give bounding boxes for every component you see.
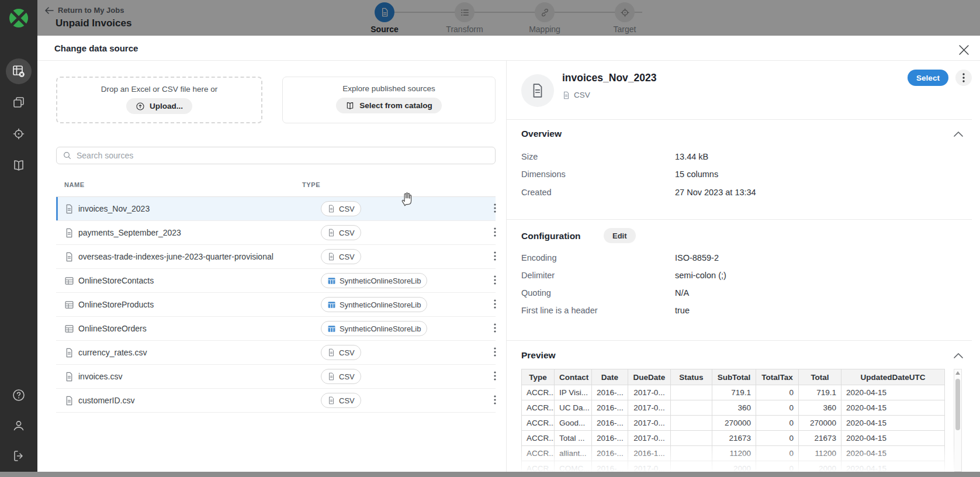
- detail-menu-button[interactable]: [955, 70, 972, 86]
- section-divider: [507, 119, 972, 120]
- file-icon: [64, 252, 74, 264]
- catalog-button-label: Select from catalog: [359, 101, 432, 110]
- edit-button[interactable]: Edit: [604, 228, 636, 243]
- upload-button[interactable]: Upload...: [126, 98, 192, 114]
- preview-row: ACCR...Good...2016-...2017-0...270000027…: [522, 416, 945, 431]
- chevron-up-icon[interactable]: [953, 129, 964, 139]
- source-name: invoices.csv: [78, 372, 122, 381]
- preview-cell: 0: [756, 431, 799, 446]
- preview-cell: UC Da...: [555, 400, 592, 416]
- file-icon: [64, 204, 74, 216]
- preview-row: ACCR...Total ...2016-...2017-0...2167302…: [522, 431, 945, 446]
- app-logo[interactable]: [0, 7, 37, 29]
- preview-cell: 2017-0...: [628, 400, 671, 416]
- sidebar-item-jobs[interactable]: [6, 58, 32, 84]
- preview-cell: alliant...: [555, 446, 592, 461]
- chevron-up-icon[interactable]: [953, 351, 964, 360]
- user-icon: [12, 419, 26, 433]
- file-dropzone[interactable]: Drop an Excel or CSV file here or Upload…: [56, 77, 262, 123]
- crosshair-icon: [12, 127, 26, 141]
- file-icon: [64, 372, 74, 384]
- preview-cell: 0: [756, 400, 799, 416]
- preview-cell: 719.1: [799, 385, 842, 400]
- preview-cell: 2016-...: [592, 416, 628, 431]
- csv-file-icon: [327, 372, 335, 381]
- preview-scrollbar[interactable]: [954, 369, 962, 472]
- csv-file-icon: [327, 205, 335, 213]
- preview-cell: 270000: [799, 416, 842, 431]
- source-row[interactable]: OnlineStoreContactsSyntheticOnlineStoreL…: [56, 269, 496, 293]
- type-badge: CSV: [321, 249, 361, 264]
- row-menu-button[interactable]: [488, 322, 502, 336]
- preview-header-row: TypeContactDateDueDateStatusSubTotalTota…: [522, 369, 945, 385]
- select-from-catalog-button[interactable]: Select from catalog: [336, 98, 442, 113]
- source-row[interactable]: payments_September_2023CSV: [56, 221, 496, 245]
- preview-cell: 2016-...: [592, 431, 628, 446]
- source-row[interactable]: customerID.csvCSV: [56, 389, 496, 413]
- row-menu-button[interactable]: [488, 250, 502, 264]
- row-menu-button[interactable]: [488, 226, 502, 240]
- type-badge: SyntheticOnlineStoreLib: [321, 321, 427, 336]
- row-menu-button[interactable]: [488, 345, 502, 360]
- source-row[interactable]: overseas-trade-indexes-june-2023-quarter…: [56, 245, 496, 269]
- sidebar-item-help[interactable]: [0, 388, 37, 402]
- row-menu-button[interactable]: [488, 298, 502, 312]
- scroll-up-arrow-icon[interactable]: [955, 371, 960, 375]
- preview-cell: 2020-04-15: [842, 431, 945, 446]
- row-menu-button[interactable]: [488, 274, 502, 288]
- preview-cell: [671, 400, 712, 416]
- scrollbar-thumb[interactable]: [955, 379, 960, 430]
- source-row[interactable]: invoices_Nov_2023CSV: [56, 197, 496, 221]
- file-icon: [64, 228, 74, 240]
- overview-label: Size: [521, 152, 538, 161]
- sidebar-item-catalog[interactable]: [0, 158, 37, 172]
- type-badge: CSV: [321, 393, 361, 408]
- preview-row: ACCR...IP Visi...2016-...2017-0...719.10…: [522, 385, 945, 400]
- row-menu-button[interactable]: [488, 369, 502, 383]
- source-row[interactable]: currency_rates.csvCSV: [56, 341, 496, 365]
- library-icon: [327, 324, 336, 333]
- source-name: currency_rates.csv: [78, 348, 147, 357]
- preview-column-header: TotalTax: [756, 369, 799, 385]
- close-icon[interactable]: [956, 42, 971, 57]
- type-badge-label: CSV: [339, 348, 355, 357]
- source-row[interactable]: invoices.csvCSV: [56, 365, 496, 389]
- preview-row: ACCR...alliant...2016-...2016-1...112000…: [522, 446, 945, 461]
- sidebar-item-logout[interactable]: [0, 449, 37, 463]
- sidebar-item-projects[interactable]: [0, 95, 37, 109]
- select-button[interactable]: Select: [908, 70, 948, 86]
- csv-file-icon: [327, 348, 335, 357]
- configuration-label: Quoting: [521, 288, 551, 298]
- configuration-label: Encoding: [521, 253, 556, 262]
- preview-cell: 21673: [799, 431, 842, 446]
- preview-cell: [671, 416, 712, 431]
- configuration-value: ISO-8859-2: [675, 253, 719, 262]
- dialog-title: Change data source: [54, 43, 138, 53]
- csv-file-icon: [327, 396, 335, 405]
- type-badge-label: CSV: [339, 229, 355, 237]
- row-menu-button[interactable]: [488, 202, 502, 216]
- overview-value: 15 columns: [675, 170, 718, 179]
- preview-cell: IP Visi...: [555, 385, 592, 400]
- row-menu-button[interactable]: [488, 393, 502, 407]
- source-name: customerID.csv: [78, 396, 134, 405]
- preview-column-header: Status: [671, 369, 712, 385]
- search-input[interactable]: [56, 147, 496, 164]
- preview-column-header: SubTotal: [712, 369, 756, 385]
- search-box: [56, 147, 496, 164]
- preview-cell: 2016-1...: [628, 446, 671, 461]
- name-column-header: NAME: [64, 181, 85, 188]
- source-row[interactable]: OnlineStoreOrdersSyntheticOnlineStoreLib: [56, 317, 496, 341]
- preview-row: ACCR...UC Da...2016-...2017-0...36003602…: [522, 400, 945, 416]
- library-icon: [327, 276, 336, 285]
- preview-cell: 2017-0...: [628, 431, 671, 446]
- search-icon: [63, 151, 72, 160]
- upload-button-label: Upload...: [150, 102, 183, 110]
- preview-cell: 11200: [799, 446, 842, 461]
- preview-cell: 21673: [712, 431, 756, 446]
- source-row[interactable]: OnlineStoreProductsSyntheticOnlineStoreL…: [56, 293, 496, 317]
- preview-cell: 2017-0...: [628, 385, 671, 400]
- sidebar-item-targets[interactable]: [0, 127, 37, 141]
- configuration-value: N/A: [675, 288, 689, 298]
- sidebar-item-account[interactable]: [0, 419, 37, 433]
